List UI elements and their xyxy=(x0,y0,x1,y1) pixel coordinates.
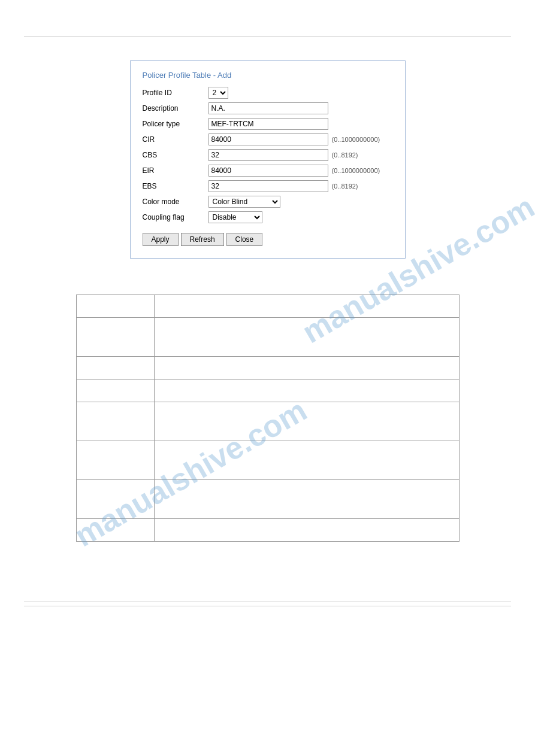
coupling-flag-row: Coupling flag Disable Enable xyxy=(143,211,393,223)
eir-row: EIR (0..1000000000) xyxy=(143,165,393,177)
ebs-input[interactable] xyxy=(208,180,328,192)
description-input[interactable] xyxy=(208,102,328,114)
color-mode-select[interactable]: Color Blind Color Aware xyxy=(208,196,280,208)
table-cell-value xyxy=(154,357,459,379)
cbs-row: CBS (0..8192) xyxy=(143,149,393,161)
table-row xyxy=(76,480,459,519)
profile-id-row: Profile ID 2 1 3 4 5 xyxy=(143,87,393,99)
table-cell-label xyxy=(76,379,154,402)
data-table-section xyxy=(76,294,460,542)
refresh-button[interactable]: Refresh xyxy=(181,233,224,246)
table-cell-label xyxy=(76,441,154,480)
table-row xyxy=(76,357,459,379)
ebs-label: EBS xyxy=(143,182,208,190)
table-cell-value xyxy=(154,318,459,357)
description-label: Description xyxy=(143,104,208,113)
policer-type-label: Policer type xyxy=(143,120,208,128)
cbs-input[interactable] xyxy=(208,149,328,161)
cbs-hint: (0..8192) xyxy=(332,151,358,159)
description-row: Description xyxy=(143,102,393,114)
table-row xyxy=(76,441,459,480)
coupling-flag-select[interactable]: Disable Enable xyxy=(208,211,262,223)
ebs-row: EBS (0..8192) xyxy=(143,180,393,192)
table-cell-label xyxy=(76,519,154,542)
table-cell-label xyxy=(76,295,154,318)
close-button[interactable]: Close xyxy=(226,233,263,246)
form-title: Policer Profile Table - Add xyxy=(143,71,393,80)
policer-type-row: Policer type xyxy=(143,118,393,130)
table-cell-label xyxy=(76,402,154,441)
cir-hint: (0..1000000000) xyxy=(332,136,380,143)
table-cell-value xyxy=(154,519,459,542)
profile-id-select[interactable]: 2 1 3 4 5 xyxy=(208,87,228,99)
eir-label: EIR xyxy=(143,166,208,175)
table-cell-value xyxy=(154,441,459,480)
table-cell-value xyxy=(154,295,459,318)
table-row xyxy=(76,402,459,441)
table-cell-value xyxy=(154,480,459,519)
table-cell-label xyxy=(76,318,154,357)
policer-type-input[interactable] xyxy=(208,118,328,130)
cir-label: CIR xyxy=(143,135,208,144)
eir-input[interactable] xyxy=(208,165,328,177)
button-row: Apply Refresh Close xyxy=(143,233,393,246)
policer-profile-form: Policer Profile Table - Add Profile ID 2… xyxy=(130,60,406,259)
bottom-divider-2 xyxy=(24,606,511,606)
color-mode-label: Color mode xyxy=(143,198,208,206)
cir-row: CIR (0..1000000000) xyxy=(143,133,393,145)
coupling-flag-label: Coupling flag xyxy=(143,213,208,221)
table-row xyxy=(76,519,459,542)
table-cell-value xyxy=(154,402,459,441)
table-cell-label xyxy=(76,357,154,379)
page-content: Policer Profile Table - Add Profile ID 2… xyxy=(0,37,535,554)
table-row xyxy=(76,318,459,357)
eir-hint: (0..1000000000) xyxy=(332,167,380,174)
table-row xyxy=(76,379,459,402)
ebs-hint: (0..8192) xyxy=(332,183,358,190)
data-table xyxy=(76,294,460,542)
bottom-divider-1 xyxy=(24,602,511,602)
table-row xyxy=(76,295,459,318)
color-mode-row: Color mode Color Blind Color Aware xyxy=(143,196,393,208)
apply-button[interactable]: Apply xyxy=(143,233,179,246)
cbs-label: CBS xyxy=(143,151,208,159)
cir-input[interactable] xyxy=(208,133,328,145)
profile-id-label: Profile ID xyxy=(143,89,208,97)
table-cell-value xyxy=(154,379,459,402)
table-cell-label xyxy=(76,480,154,519)
